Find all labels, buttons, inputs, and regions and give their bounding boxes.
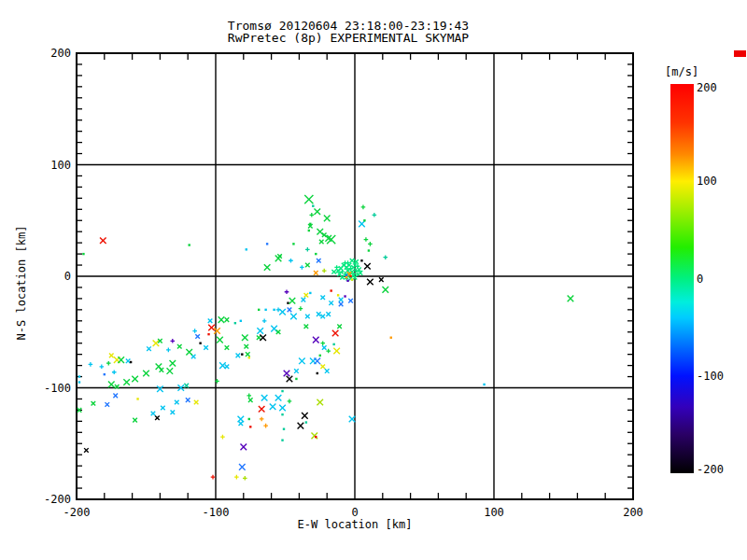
scatter-point — [379, 277, 384, 282]
colorbar-tick-label: 100 — [697, 175, 717, 187]
scatter-point — [260, 417, 264, 422]
scatter-point — [112, 370, 117, 374]
scatter-point — [332, 343, 334, 345]
scatter-point — [225, 345, 230, 350]
scatter-point — [241, 353, 243, 355]
scatter-point — [483, 384, 485, 385]
scatter-point — [136, 398, 138, 399]
scatter-point — [218, 316, 225, 323]
y-axis-title: N-S location [km] — [15, 217, 28, 348]
scatter-point — [279, 309, 286, 315]
scatter-point — [345, 274, 347, 276]
colorbar-tick-label: -100 — [697, 371, 724, 382]
colorbar-units-label: [m/s] — [665, 66, 712, 78]
scatter-point — [320, 295, 325, 300]
scatter-point — [279, 405, 286, 412]
scatter-point — [351, 278, 353, 280]
scatter-point — [302, 413, 308, 419]
scatter-point — [195, 334, 200, 339]
scatter-point — [320, 364, 325, 369]
scatter-point — [360, 259, 362, 261]
scatter-point — [236, 354, 241, 358]
scatter-point — [320, 341, 325, 345]
scatter-point — [208, 325, 215, 331]
scatter-point — [383, 255, 388, 259]
scatter-point — [317, 399, 323, 406]
scatter-plot — [0, 0, 747, 560]
scatter-point — [283, 428, 285, 430]
scatter-point — [248, 398, 253, 402]
scatter-point — [243, 476, 247, 481]
scatter-point — [239, 421, 244, 426]
y-tick-label: -100 — [19, 383, 71, 394]
scatter-point — [170, 360, 176, 367]
scatter-point — [82, 253, 84, 255]
scatter-point — [339, 302, 344, 307]
scatter-point — [171, 339, 176, 343]
scatter-point — [258, 309, 260, 311]
scatter-point — [314, 271, 318, 275]
scatter-point — [322, 269, 327, 273]
scatter-point — [273, 309, 275, 311]
scatter-point — [299, 358, 305, 365]
scatter-point — [192, 329, 197, 333]
scatter-point — [109, 354, 114, 358]
scatter-point — [305, 315, 310, 319]
scatter-point — [329, 301, 333, 305]
skymap-figure: Tromsø 20120604 23:18:00-23:19:43 RwPret… — [0, 0, 747, 560]
scatter-point — [373, 213, 377, 217]
scatter-point — [304, 324, 309, 329]
scatter-point — [348, 299, 353, 303]
scatter-point — [157, 385, 163, 392]
scatter-point — [113, 394, 118, 399]
scatter-point — [161, 406, 165, 411]
x-axis-title: E-W location [km] — [0, 518, 710, 531]
scatter-point — [298, 423, 304, 429]
scatter-point — [78, 381, 80, 383]
scatter-point — [262, 319, 267, 324]
scatter-point — [317, 372, 318, 374]
scatter-point — [339, 298, 344, 302]
scatter-point — [194, 400, 199, 405]
scatter-point — [100, 237, 106, 244]
scatter-point — [241, 444, 247, 451]
scatter-point — [309, 292, 311, 294]
scatter-point — [304, 195, 313, 203]
scatter-point — [234, 322, 236, 324]
y-tick-label: 200 — [19, 48, 71, 59]
velocity-colorbar — [670, 84, 694, 473]
scatter-point — [304, 293, 309, 298]
scatter-point — [261, 395, 268, 401]
scatter-point — [292, 243, 294, 245]
scatter-point — [263, 424, 268, 428]
scatter-point — [350, 259, 355, 263]
scatter-point — [143, 371, 149, 377]
scatter-point — [289, 298, 296, 304]
scatter-point — [312, 205, 314, 207]
scatter-point — [239, 464, 246, 470]
scatter-point — [259, 406, 265, 413]
scatter-point — [319, 240, 324, 245]
scatter-point — [326, 349, 331, 354]
scatter-point — [349, 275, 351, 277]
scatter-point — [359, 221, 365, 228]
scatter-point — [188, 244, 190, 245]
scatter-point — [331, 270, 336, 274]
scatter-point — [106, 361, 111, 366]
scatter-point — [284, 371, 290, 377]
x-tick-label: -100 — [188, 507, 244, 518]
scatter-point — [302, 298, 306, 302]
scatter-point — [147, 346, 151, 351]
scatter-point — [84, 448, 89, 453]
scatter-point — [281, 413, 283, 415]
scatter-point — [281, 439, 283, 441]
scatter-point — [322, 345, 327, 350]
scatter-point — [160, 368, 164, 372]
colorbar-tick-label: -200 — [697, 464, 724, 475]
scatter-point — [294, 369, 299, 373]
scatter-point — [199, 343, 201, 344]
scatter-point — [238, 416, 245, 423]
x-tick-label: 100 — [466, 507, 522, 518]
scatter-point — [315, 253, 317, 255]
scatter-point — [300, 265, 304, 270]
